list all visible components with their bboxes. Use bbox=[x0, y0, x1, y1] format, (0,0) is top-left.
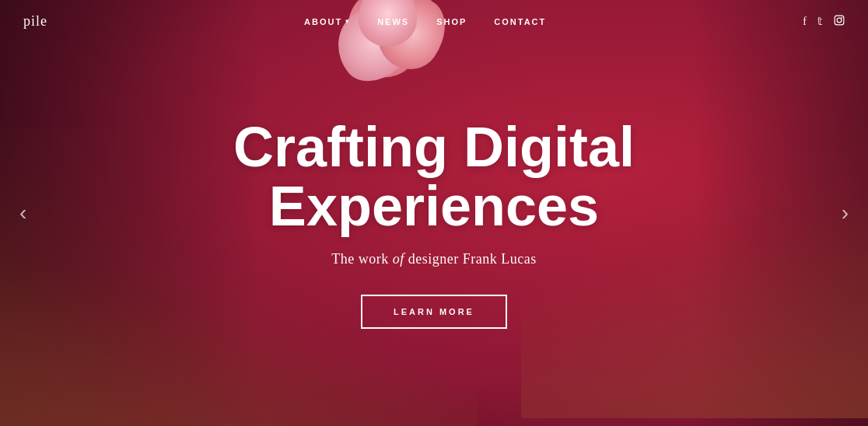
social-links: f 𝕥 bbox=[803, 15, 845, 29]
navbar: pile ABOUT ▾ NEWS SHOP CONTACT f 𝕥 bbox=[0, 0, 868, 43]
nav-item-contact[interactable]: CONTACT bbox=[494, 17, 546, 26]
facebook-icon[interactable]: f bbox=[803, 16, 807, 28]
hero-subtitle: The work of designer Frank Lucas bbox=[162, 251, 706, 267]
nav-links: ABOUT ▾ NEWS SHOP CONTACT bbox=[304, 17, 546, 26]
nav-item-shop[interactable]: SHOP bbox=[436, 17, 467, 26]
nav-item-about[interactable]: ABOUT ▾ bbox=[304, 17, 350, 26]
instagram-icon[interactable] bbox=[834, 15, 845, 29]
hero-title: Crafting Digital Experiences bbox=[162, 118, 706, 236]
hero-section: pile ABOUT ▾ NEWS SHOP CONTACT f 𝕥 bbox=[0, 0, 868, 426]
hero-content: Crafting Digital Experiences The work of… bbox=[162, 118, 706, 329]
twitter-icon[interactable]: 𝕥 bbox=[817, 15, 823, 28]
learn-more-button[interactable]: LEARN MORE bbox=[361, 295, 507, 329]
svg-point-2 bbox=[841, 16, 842, 18]
nav-item-news[interactable]: NEWS bbox=[377, 17, 409, 26]
svg-rect-0 bbox=[835, 16, 844, 25]
site-logo[interactable]: pile bbox=[23, 13, 47, 30]
dropdown-arrow-icon: ▾ bbox=[345, 18, 350, 25]
carousel-next-button[interactable]: › bbox=[834, 193, 856, 233]
carousel-prev-button[interactable]: ‹ bbox=[12, 193, 34, 233]
svg-point-1 bbox=[837, 18, 842, 23]
